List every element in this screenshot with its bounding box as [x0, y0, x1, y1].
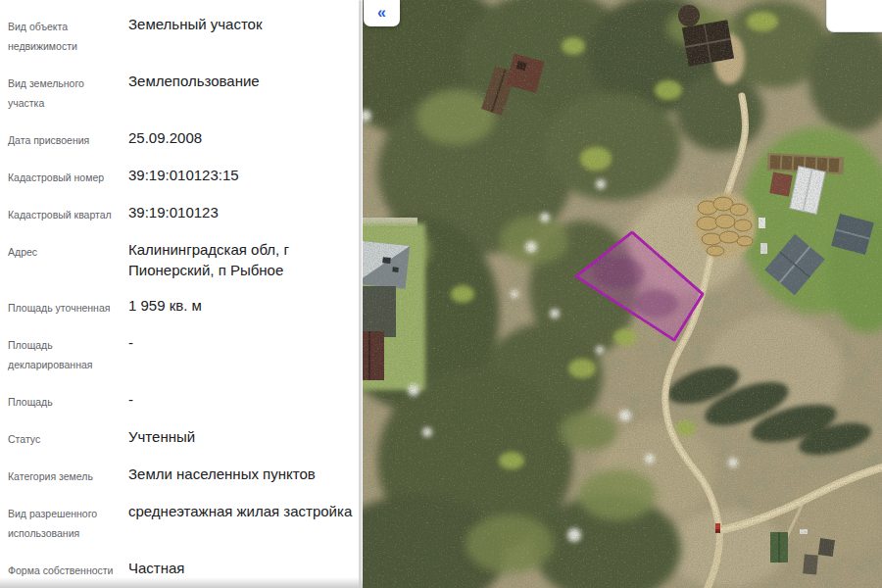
info-row: Площадь - [8, 389, 355, 412]
field-value: Земли населенных пунктов [128, 464, 355, 486]
map-control-panel[interactable] [826, 0, 882, 32]
field-value: - [128, 332, 355, 374]
panel-scrollbar[interactable] [359, 0, 362, 588]
field-label: Статус [8, 426, 121, 449]
info-row: Кадастровый номер 39:19:010123:15 [8, 165, 355, 187]
field-value: среднеэтажная жилая застройка [128, 501, 355, 543]
field-label: Площадь [8, 389, 121, 412]
field-value: Землепользование [128, 71, 355, 113]
field-value: 25.09.2008 [128, 127, 355, 150]
field-label: Категория земель [8, 464, 121, 486]
info-row: Дата присвоения 25.09.2008 [8, 127, 355, 150]
field-label: Площадь уточненная [8, 295, 121, 318]
cadastre-app: Вид объекта недвижимости Земельный участ… [0, 0, 882, 588]
field-value: 39:19:010123 [128, 202, 355, 224]
field-label: Вид земельного участка [8, 71, 121, 113]
info-row: Статус Учтенный [8, 426, 355, 449]
field-label: Площадь декларированная [8, 332, 121, 374]
field-value: - [128, 389, 355, 412]
chevron-double-left-icon: « [377, 4, 386, 22]
info-row: Площадь декларированная - [8, 332, 355, 374]
info-row: Категория земель Земли населенных пункто… [8, 464, 355, 486]
collapse-panel-button[interactable]: « [364, 0, 400, 26]
field-label: Кадастровый квартал [8, 202, 121, 224]
field-label: Вид разрешенного использования [8, 501, 121, 543]
field-label: Вид объекта недвижимости [8, 14, 121, 56]
info-row: Вид земельного участка Землепользование [8, 71, 355, 113]
info-row: Вид разрешенного использования среднеэта… [8, 501, 355, 543]
satellite-map[interactable]: « [363, 0, 882, 588]
image-grain-light [363, 0, 882, 588]
satellite-imagery [363, 0, 882, 588]
info-row: Адрес Калининградская обл, г Пионерский,… [8, 239, 355, 280]
info-row: Площадь уточненная 1 959 кв. м [8, 295, 355, 318]
info-row: Вид объекта недвижимости Земельный участ… [8, 14, 355, 56]
field-label: Дата присвоения [8, 127, 121, 150]
info-row: Кадастровый квартал 39:19:010123 [8, 202, 355, 224]
field-value: Калининградская обл, г Пионерский, п Рыб… [128, 239, 355, 280]
object-info-panel: Вид объекта недвижимости Земельный участ… [0, 0, 363, 588]
field-label: Адрес [8, 239, 121, 280]
field-label: Кадастровый номер [8, 165, 121, 187]
field-value: Учтенный [128, 426, 355, 449]
panel-bottom-fade [0, 577, 363, 588]
field-value: Земельный участок [128, 14, 355, 56]
field-value: 1 959 кв. м [128, 295, 355, 318]
field-value: 39:19:010123:15 [128, 165, 355, 187]
